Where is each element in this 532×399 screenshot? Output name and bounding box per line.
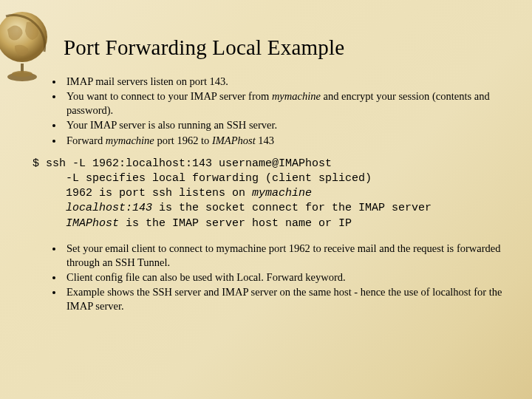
slide-content: Port Forwarding Local Example IMAP mail … (0, 0, 532, 399)
code-block: $ ssh -L 1962:localhost:143 username@IMA… (33, 157, 502, 231)
bullet-item: Set your email client to connect to myma… (64, 242, 502, 270)
bullet-item: Your IMAP server is also running an SSH … (64, 118, 502, 132)
bullet-item: Client config file can also be used with… (64, 270, 502, 284)
bullet-item: Example shows the SSH server and IMAP se… (64, 285, 502, 313)
bullet-item: Forward mymachine port 1962 to IMAPhost … (64, 134, 502, 148)
bullets-bottom: Set your email client to connect to myma… (30, 242, 502, 314)
slide-title: Port Forwarding Local Example (64, 35, 502, 60)
bullet-item: IMAP mail servers listen on port 143. (64, 75, 502, 89)
bullet-item: You want to connect to your IMAP server … (64, 89, 502, 117)
bullets-top: IMAP mail servers listen on port 143. Yo… (30, 75, 502, 148)
